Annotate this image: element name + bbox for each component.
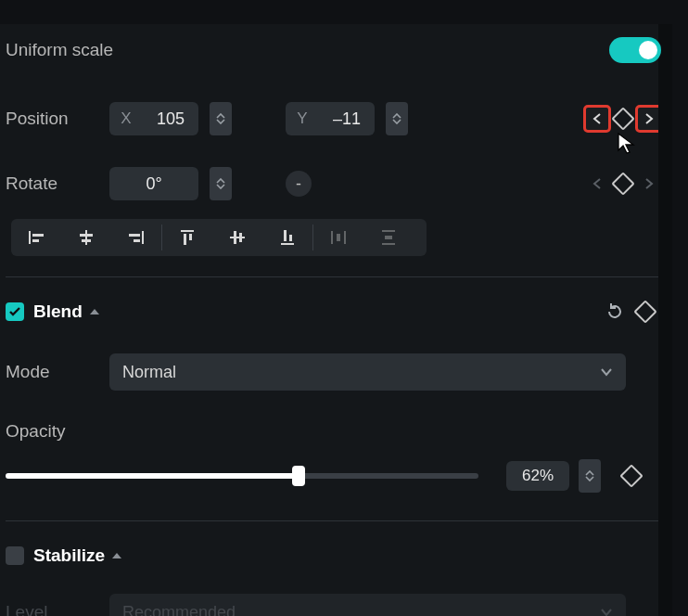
- align-right-icon: [127, 229, 146, 246]
- chevron-down-icon: [600, 608, 613, 616]
- align-center-h-icon: [77, 229, 96, 246]
- rotate-row: Rotate 0° -: [6, 158, 672, 210]
- add-keyframe-button[interactable]: [615, 110, 631, 127]
- blend-mode-value: Normal: [122, 363, 176, 382]
- rotate-label: Rotate: [6, 173, 109, 194]
- reset-icon[interactable]: [605, 302, 624, 321]
- position-keyframe-nav: [585, 107, 661, 131]
- add-keyframe-button[interactable]: [615, 175, 631, 192]
- position-x-stepper[interactable]: [210, 102, 232, 135]
- svg-rect-11: [189, 234, 192, 240]
- chevron-down-icon: [392, 119, 401, 124]
- align-bottom-icon: [279, 228, 296, 247]
- svg-rect-10: [184, 234, 186, 245]
- svg-rect-16: [284, 230, 287, 241]
- opacity-value[interactable]: 62%: [506, 461, 569, 491]
- align-center-h-button[interactable]: [61, 219, 111, 256]
- svg-rect-4: [80, 234, 93, 237]
- position-label: Position: [6, 109, 109, 129]
- stabilize-checkbox[interactable]: [6, 546, 24, 565]
- svg-rect-20: [337, 234, 340, 241]
- vertical-scrollbar[interactable]: [658, 24, 672, 616]
- mode-label: Mode: [6, 362, 109, 382]
- align-toolbar: [11, 219, 427, 256]
- prev-keyframe-button[interactable]: [585, 107, 609, 131]
- chevron-left-icon: [592, 112, 602, 125]
- diamond-icon: [611, 172, 634, 195]
- properties-panel: { "uniformScale": { "label": "Uniform sc…: [0, 24, 672, 616]
- align-center-v-button[interactable]: [212, 219, 262, 256]
- rotate-value: 0°: [109, 174, 198, 194]
- align-top-button[interactable]: [162, 219, 212, 256]
- position-row: Position X 105 Y –11: [6, 93, 672, 145]
- align-left-icon: [27, 229, 45, 246]
- opacity-add-keyframe[interactable]: [623, 468, 640, 484]
- opacity-slider-row: 62%: [6, 459, 672, 493]
- prev-keyframe-button[interactable]: [585, 172, 609, 196]
- blend-add-keyframe[interactable]: [637, 303, 654, 320]
- divider: [6, 276, 667, 277]
- position-y-stepper[interactable]: [386, 102, 408, 135]
- opacity-slider[interactable]: [6, 473, 478, 479]
- align-right-button[interactable]: [111, 219, 161, 256]
- rotate-keyframe-nav: [585, 172, 661, 196]
- check-icon: [9, 307, 20, 316]
- position-y-field[interactable]: Y –11: [286, 102, 375, 135]
- chevron-down-icon: [585, 476, 594, 481]
- opacity-label: Opacity: [6, 421, 65, 442]
- uniform-scale-label: Uniform scale: [6, 40, 113, 60]
- stabilize-level-select: Recommended: [109, 594, 626, 616]
- blend-checkbox[interactable]: [6, 302, 24, 321]
- align-top-icon: [179, 228, 196, 247]
- diamond-icon: [619, 464, 643, 487]
- distribute-v-icon: [380, 228, 397, 247]
- opacity-row: Opacity: [6, 405, 672, 457]
- distribute-h-icon: [329, 229, 348, 246]
- stabilize-section-header[interactable]: Stabilize: [6, 534, 672, 577]
- level-value: Recommended: [122, 603, 236, 617]
- svg-marker-24: [90, 309, 99, 314]
- chevron-down-icon: [600, 367, 613, 377]
- svg-rect-14: [239, 233, 242, 242]
- toggle-knob: [639, 41, 657, 59]
- divider: [6, 520, 667, 521]
- svg-rect-2: [32, 239, 39, 242]
- chevron-right-icon: [644, 112, 654, 125]
- align-left-button[interactable]: [11, 219, 61, 256]
- chevron-down-icon: [216, 119, 225, 124]
- stabilize-title: Stabilize: [33, 545, 105, 566]
- position-x-field[interactable]: X 105: [109, 102, 198, 135]
- uniform-scale-row: Uniform scale: [6, 24, 672, 76]
- dash-label: -: [296, 174, 301, 194]
- chevron-left-icon: [592, 177, 602, 190]
- collapse-triangle-icon: [90, 308, 99, 315]
- svg-rect-1: [32, 234, 44, 237]
- diamond-icon: [611, 107, 634, 130]
- distribute-v-button[interactable]: [363, 219, 414, 256]
- svg-rect-17: [289, 235, 292, 241]
- blend-mode-row: Mode Normal: [6, 346, 672, 398]
- stabilize-level-row: Level Recommended: [6, 586, 672, 616]
- diamond-icon: [633, 300, 656, 323]
- svg-rect-23: [385, 236, 392, 239]
- svg-rect-13: [234, 231, 236, 244]
- blend-mode-select[interactable]: Normal: [109, 353, 626, 391]
- chevron-right-icon: [644, 177, 654, 190]
- x-tag: X: [109, 109, 143, 128]
- distribute-h-button[interactable]: [313, 219, 363, 256]
- svg-marker-25: [112, 553, 121, 558]
- blend-section-header[interactable]: Blend: [6, 290, 672, 333]
- rotate-field[interactable]: 0°: [109, 167, 198, 200]
- chevron-down-icon: [216, 184, 225, 189]
- rotate-dial[interactable]: -: [286, 171, 312, 197]
- opacity-stepper[interactable]: [579, 459, 601, 493]
- uniform-scale-toggle[interactable]: [609, 37, 661, 63]
- svg-rect-7: [129, 234, 140, 237]
- align-bottom-button[interactable]: [262, 219, 312, 256]
- y-tag: Y: [286, 109, 319, 128]
- level-label: Level: [6, 602, 109, 616]
- svg-rect-5: [82, 239, 91, 242]
- rotate-stepper[interactable]: [210, 167, 232, 200]
- slider-fill: [6, 473, 299, 479]
- slider-thumb[interactable]: [292, 466, 305, 486]
